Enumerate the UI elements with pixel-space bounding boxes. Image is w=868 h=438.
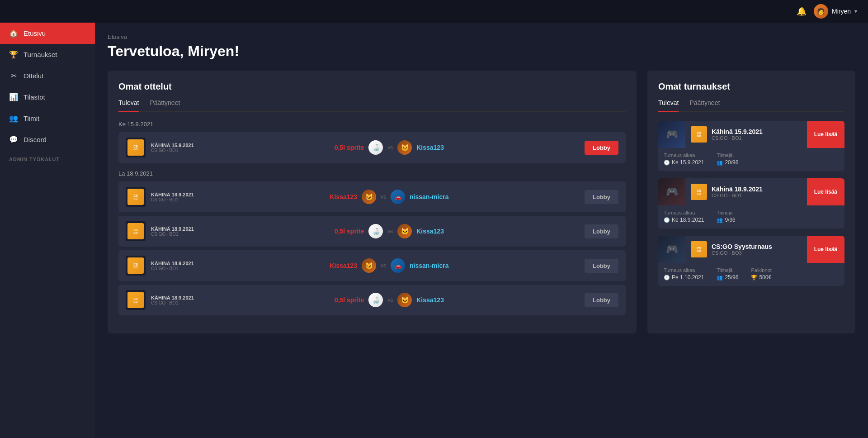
teams-icon: 👥 xyxy=(9,114,18,123)
avatar: 🧑 xyxy=(814,4,828,19)
tournament-card: 🎮 CS GO Kähinä 18.9.2021 CS:GO · BO1 xyxy=(658,178,844,229)
tab-paattyneet-tournaments[interactable]: Päättyneet xyxy=(689,99,720,112)
teams-label: Tiimejä xyxy=(717,210,735,215)
user-menu[interactable]: 🧑 Miryen ▾ xyxy=(814,4,857,19)
match-info: KÄHINÄ 15.9.2021 CS:GO · BO1 xyxy=(151,143,194,153)
vs-text: vs xyxy=(387,297,393,303)
breadcrumb: Etusivu xyxy=(108,33,855,40)
lobby-button[interactable]: Lobby xyxy=(585,190,618,204)
match-players: 0,5l sprite 🍶 vs 🐱 Kissa123 xyxy=(199,140,579,155)
match-players: Kissa123 🐱 vs 🚗 nissan-micra xyxy=(199,190,579,204)
starts-value: 🕐 Ke 15.9.2021 xyxy=(664,159,704,166)
notification-bell-icon[interactable]: 🔔 xyxy=(797,6,807,16)
sidebar-item-tilastot[interactable]: 📊 Tilastot xyxy=(0,86,95,108)
matches-tabs: Tulevat Päättyneet xyxy=(118,99,626,112)
sidebar-item-tiimit[interactable]: 👥 Tiimit xyxy=(0,108,95,129)
match-name: KÄHINÄ 18.9.2021 xyxy=(151,226,194,232)
match-name: KÄHINÄ 15.9.2021 xyxy=(151,143,194,148)
game-icon: CS GO xyxy=(126,221,146,241)
tournament-info: Kähinä 15.9.2021 CS:GO · BO1 xyxy=(712,128,802,141)
starts-label: Turnaus alkaa xyxy=(664,152,704,158)
lue-lisaa-button[interactable]: Lue lisää xyxy=(807,121,844,148)
player1-name: Kissa123 xyxy=(330,262,357,269)
lue-lisaa-button[interactable]: Lue lisää xyxy=(807,236,844,263)
tournament-card-left: CS GO CS:GO Syysturnaus CS:GO · BO3 xyxy=(685,236,807,263)
lue-lisaa-button[interactable]: Lue lisää xyxy=(807,178,844,205)
match-meta: CS:GO · BO1 xyxy=(151,232,194,237)
tournament-details: Turnaus alkaa 🕐 Ke 18.9.2021 Tiimejä 👥 xyxy=(658,205,844,229)
player1-avatar: 🐱 xyxy=(362,190,376,204)
vs-text: vs xyxy=(387,144,393,151)
sidebar-item-turnaukset[interactable]: 🏆 Turnaukset xyxy=(0,44,95,65)
lobby-button[interactable]: Lobby xyxy=(585,141,618,155)
home-icon: 🏠 xyxy=(9,29,18,38)
main-content: Etusivu Tervetuloa, Miryen! Omat ottelut… xyxy=(95,23,868,438)
starts-label: Turnaus alkaa xyxy=(664,267,704,273)
player1-name: 0,5l sprite xyxy=(335,296,364,304)
match-row: CS GO KÄHINÄ 18.9.2021 CS:GO · BO1 Kissa… xyxy=(118,181,626,212)
detail-prizes: Palkinnot 🏆 500€ xyxy=(751,267,771,281)
chevron-down-icon: ▾ xyxy=(854,8,857,14)
match-players: 0,5l sprite 🍶 vs 🐱 Kissa123 xyxy=(199,293,579,307)
match-info: KÄHINÄ 18.9.2021 CS:GO · BO1 xyxy=(151,295,194,305)
player2-avatar: 🐱 xyxy=(397,224,412,238)
tournament-card-header: 🎮 CS GO CS:GO Syysturnaus CS:GO · BO3 xyxy=(658,236,844,263)
tournaments-panel: Omat turnaukset Tulevat Päättyneet 🎮 CS xyxy=(647,71,855,333)
player1-avatar: 🍶 xyxy=(368,140,383,155)
date-label-2: La 18.9.2021 xyxy=(118,170,626,177)
tab-paattyneet-matches[interactable]: Päättyneet xyxy=(150,99,180,112)
tournament-game-icon: CS GO xyxy=(691,184,707,200)
player1-avatar: 🐱 xyxy=(362,258,376,273)
game-icon: CS GO xyxy=(126,290,146,310)
player2-avatar: 🚗 xyxy=(391,190,405,204)
match-players: Kissa123 🐱 vs 🚗 nissan-micra xyxy=(199,258,579,273)
tournament-details: Turnaus alkaa 🕐 Ke 15.9.2021 Tiimejä 👥 xyxy=(658,148,844,171)
date-section-2: La 18.9.2021 CS GO KÄHINÄ 18.9.2021 CS:G… xyxy=(118,170,626,315)
detail-starts: Turnaus alkaa 🕐 Pe 1.10.2021 xyxy=(664,267,704,281)
player2-name: Kissa123 xyxy=(416,228,444,235)
starts-label: Turnaus alkaa xyxy=(664,210,704,215)
tournament-game-icon: CS GO xyxy=(691,126,707,143)
tournament-card-left: CS GO Kähinä 15.9.2021 CS:GO · BO1 xyxy=(685,121,807,148)
match-name: KÄHINÄ 18.9.2021 xyxy=(151,295,194,300)
sidebar-item-label: Ottelut xyxy=(24,72,43,80)
tab-tulevat-tournaments[interactable]: Tulevat xyxy=(658,99,679,112)
admin-section-label: ADMIN-TYÖKALUT xyxy=(0,150,95,165)
game-icon: CS GO xyxy=(126,187,146,207)
tab-tulevat-matches[interactable]: Tulevat xyxy=(118,99,139,112)
teams-value: 👥 20/96 xyxy=(717,159,738,166)
vs-text: vs xyxy=(381,194,386,200)
match-row: CS GO KÄHINÄ 18.9.2021 CS:GO · BO1 0,5l … xyxy=(118,216,626,247)
tournaments-tabs: Tulevat Päättyneet xyxy=(658,99,844,112)
starts-value: 🕐 Pe 1.10.2021 xyxy=(664,274,704,281)
tournament-card-header: 🎮 CS GO Kähinä 15.9.2021 CS:GO · BO1 xyxy=(658,121,844,148)
match-row: CS GO KÄHINÄ 15.9.2021 CS:GO · BO1 0,5l … xyxy=(118,132,626,163)
detail-teams: Tiimejä 👥 9/96 xyxy=(717,210,735,223)
tournament-card-header: 🎮 CS GO Kähinä 18.9.2021 CS:GO · BO1 xyxy=(658,178,844,205)
tournament-details: Turnaus alkaa 🕐 Pe 1.10.2021 Tiimejä 👥 xyxy=(658,263,844,286)
player2-avatar: 🚗 xyxy=(391,258,405,273)
tournament-info: CS:GO Syysturnaus CS:GO · BO3 xyxy=(712,243,802,256)
match-info: KÄHINÄ 18.9.2021 CS:GO · BO1 xyxy=(151,192,194,202)
match-meta: CS:GO · BO1 xyxy=(151,266,194,271)
sidebar-item-discord[interactable]: 💬 Discord xyxy=(0,129,95,150)
detail-teams: Tiimejä 👥 25/96 xyxy=(717,267,738,281)
sidebar-item-ottelut[interactable]: ✂ Ottelut xyxy=(0,65,95,86)
player1-name: Kissa123 xyxy=(330,193,357,200)
sidebar-item-etusivu[interactable]: 🏠 Etusivu xyxy=(0,23,95,44)
lobby-button[interactable]: Lobby xyxy=(585,293,618,307)
sidebar-item-label: Discord xyxy=(24,136,47,143)
lobby-button[interactable]: Lobby xyxy=(585,259,618,273)
scissors-icon: ✂ xyxy=(9,71,18,80)
player1-avatar: 🍶 xyxy=(368,293,383,307)
matches-title: Omat ottelut xyxy=(118,81,626,92)
tournament-meta: CS:GO · BO1 xyxy=(712,193,802,198)
teams-value: 👥 25/96 xyxy=(717,274,738,281)
detail-starts: Turnaus alkaa 🕐 Ke 15.9.2021 xyxy=(664,152,704,166)
page-title: Tervetuloa, Miryen! xyxy=(108,43,855,60)
lobby-button[interactable]: Lobby xyxy=(585,224,618,238)
game-icon: CS GO xyxy=(126,138,146,157)
player2-name: Kissa123 xyxy=(416,144,444,151)
game-icon: CS GO xyxy=(126,256,146,276)
stats-icon: 📊 xyxy=(9,93,18,101)
